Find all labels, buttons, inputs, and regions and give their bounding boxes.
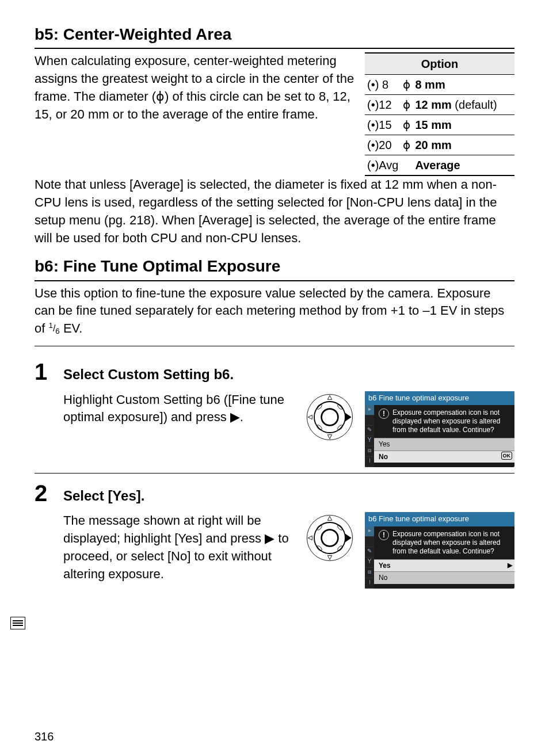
b6-intro-text: Use this option to fine-tune the exposur…	[35, 285, 514, 338]
option-icon: (•) 8	[365, 75, 401, 95]
svg-point-8	[337, 403, 343, 410]
option-label: Average	[413, 155, 514, 176]
svg-marker-14	[327, 517, 331, 521]
lcd-message: Exposure compensation icon is not displa…	[392, 408, 510, 434]
b5-option-table: Option (•) 8 ϕ 8 mm (•)12 ϕ 12 mm (defau…	[365, 52, 514, 176]
table-row: (•)12 ϕ 12 mm (default)	[365, 95, 514, 115]
svg-marker-17	[345, 534, 352, 542]
heading-b6: b6: Fine Tune Optimal Exposure	[35, 255, 514, 281]
multiselector-icon	[304, 391, 356, 443]
option-label: 12 mm (default)	[413, 95, 514, 115]
lcd-option-yes: Yes	[374, 438, 514, 450]
step-title: Select [Yes].	[63, 486, 514, 506]
multiselector-icon	[304, 512, 356, 564]
svg-point-13	[322, 530, 338, 547]
svg-point-10	[337, 424, 343, 430]
lcd-title: b6 Fine tune optimal exposure	[365, 512, 514, 526]
option-icon: (•)Avg	[365, 155, 401, 176]
b5-intro-text: When calculating exposure, center-weight…	[35, 52, 354, 123]
step-title: Select Custom Setting b6.	[63, 365, 514, 384]
option-icon: (•)12	[365, 95, 401, 115]
phi-symbol: ϕ	[401, 95, 413, 115]
svg-point-12	[314, 522, 345, 553]
svg-point-9	[316, 424, 322, 430]
ok-icon: OK	[501, 452, 513, 460]
svg-point-2	[322, 408, 338, 425]
svg-point-21	[337, 545, 343, 552]
svg-marker-3	[327, 395, 331, 399]
svg-marker-15	[327, 556, 331, 560]
phi-symbol: ϕ	[401, 115, 413, 135]
phi-symbol: ϕ	[401, 75, 413, 95]
svg-marker-4	[327, 434, 331, 438]
svg-marker-6	[345, 413, 352, 421]
svg-marker-5	[308, 415, 312, 419]
svg-marker-16	[308, 536, 312, 540]
phi-symbol: ϕ	[401, 135, 413, 155]
lcd-title: b6 Fine tune optimal exposure	[365, 391, 514, 405]
lcd-side-tabs: ▸✎Y⧈⁞	[365, 526, 374, 589]
lcd-message: Exposure compensation icon is not displa…	[392, 530, 510, 556]
table-row: (•)15 ϕ 15 mm	[365, 115, 514, 135]
table-row: (•)Avg Average	[365, 155, 514, 176]
svg-point-20	[316, 545, 322, 552]
step-text: Highlight Custom Setting b6 ([Fine tune …	[63, 391, 295, 427]
lcd-option-no: No	[374, 571, 514, 584]
lcd-screenshot-2: b6 Fine tune optimal exposure ▸✎Y⧈⁞ ! Ex…	[365, 512, 514, 588]
warning-icon: !	[379, 408, 389, 419]
step-text: The message shown at right will be displ…	[63, 512, 295, 583]
b5-note-text: Note that unless [Average] is selected, …	[35, 176, 514, 247]
phi-symbol	[401, 155, 413, 176]
svg-point-1	[314, 402, 345, 433]
arrow-right-icon: ▶	[508, 561, 512, 570]
b5-table-header: Option	[365, 53, 514, 75]
option-label: 8 mm	[413, 75, 514, 95]
lcd-side-tabs: ▸✎Y⧈⁞	[365, 405, 374, 467]
step-number: 2	[35, 482, 55, 589]
svg-point-7	[316, 403, 322, 410]
step-2: 2 Select [Yes]. The message shown at rig…	[35, 473, 514, 594]
table-row: (•)20 ϕ 20 mm	[365, 135, 514, 155]
option-label: 20 mm	[413, 135, 514, 155]
lcd-screenshot-1: b6 Fine tune optimal exposure ▸✎Y⧈⁞ ! Ex…	[365, 391, 514, 467]
svg-point-18	[316, 525, 322, 531]
option-icon: (•)20	[365, 135, 401, 155]
step-1: 1 Select Custom Setting b6. Highlight Cu…	[35, 352, 514, 473]
option-label: 15 mm	[413, 115, 514, 135]
heading-b5: b5: Center-Weighted Area	[35, 23, 514, 49]
svg-point-19	[337, 525, 343, 531]
table-row: (•) 8 ϕ 8 mm	[365, 75, 514, 95]
step-number: 1	[35, 360, 55, 467]
option-icon: (•)15	[365, 115, 401, 135]
lcd-option-no: NoOK	[374, 450, 514, 463]
lcd-option-yes: Yes▶	[374, 559, 514, 572]
warning-icon: !	[379, 530, 389, 540]
